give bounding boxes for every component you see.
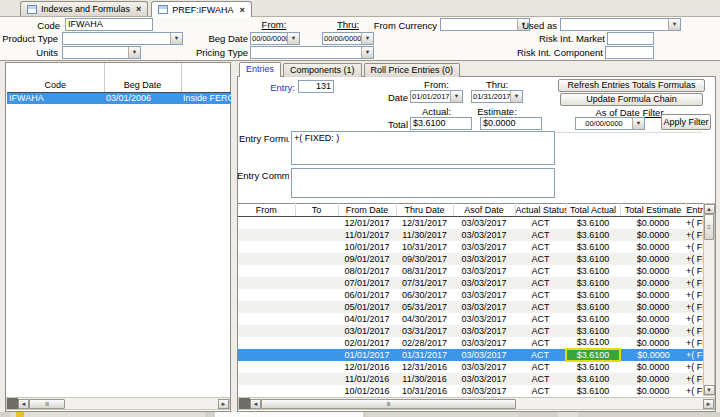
cell-total_actual[interactable]: $3.6100 (566, 337, 620, 349)
table-row[interactable]: 06/01/201706/30/201703/03/2017ACT$3.6100… (238, 289, 703, 301)
cell-actual_status[interactable]: ACT (515, 241, 566, 253)
cell-entry_formula[interactable]: +( FIXE (686, 325, 703, 337)
cell-total_actual[interactable]: $3.6100 (566, 265, 620, 277)
total-actual-input[interactable]: $3.6100 (410, 117, 472, 130)
cell-total_estimate[interactable]: $0.0000 (620, 325, 686, 337)
cell-asof_date[interactable]: 03/03/2017 (453, 241, 515, 253)
dropdown-arrow-icon[interactable]: ▼ (632, 118, 644, 129)
cell-total_actual[interactable]: $3.6100 (566, 217, 620, 229)
cell-asof_date[interactable]: 03/03/2017 (453, 313, 515, 325)
scroll-right-icon[interactable]: ► (703, 399, 714, 409)
cell-from[interactable] (238, 313, 295, 325)
column-header[interactable]: Beg Date (104, 63, 181, 92)
close-icon[interactable]: × (239, 5, 244, 15)
risk-int-component-input[interactable] (605, 46, 654, 59)
cell-total_actual[interactable]: $3.6100 (566, 349, 620, 361)
entry-comments-textarea[interactable] (291, 168, 555, 198)
dropdown-arrow-icon[interactable]: ▼ (287, 33, 299, 44)
cell-from[interactable] (238, 217, 295, 229)
cell-thru_date[interactable]: 12/31/2016 (396, 361, 453, 373)
cell-thru_date[interactable]: 12/31/2017 (396, 217, 453, 229)
entry-number-input[interactable]: 131 (298, 80, 334, 93)
cell-total_actual[interactable]: $3.6100 (566, 301, 620, 313)
table-row[interactable]: 10/01/201610/31/201603/03/2017ACT$3.6100… (238, 385, 703, 397)
table-row[interactable]: 09/01/201709/30/201703/03/2017ACT$3.6100… (238, 253, 703, 265)
cell-asof_date[interactable]: 03/03/2017 (453, 277, 515, 289)
cell-from_date[interactable]: 11/01/2016 (338, 373, 396, 385)
cell-asof_date[interactable]: 03/03/2017 (453, 229, 515, 241)
tab-indexes-and-formulas[interactable]: Indexes and Formulas × (20, 1, 148, 16)
cell-entry_formula[interactable]: +( FIXE (686, 289, 703, 301)
cell-total_actual[interactable]: $3.6100 (566, 229, 620, 241)
cell-from_date[interactable]: 10/01/2016 (338, 385, 396, 397)
cell-from_date[interactable]: 03/01/2017 (338, 325, 396, 337)
update-formula-chain-button[interactable]: Update Formula Chain (560, 93, 703, 106)
cell-thru_date[interactable]: 01/31/2017 (396, 349, 453, 361)
cell-total_estimate[interactable]: $0.0000 (620, 385, 686, 397)
column-header[interactable]: Code (7, 63, 104, 92)
dropdown-arrow-icon[interactable]: ▼ (128, 47, 140, 58)
date-from-select[interactable]: 01/01/2017 ▼ (410, 90, 463, 103)
cell-asof_date[interactable]: 03/03/2017 (453, 217, 515, 229)
cell-asof_date[interactable]: 03/03/2017 (453, 289, 515, 301)
cell-from[interactable] (238, 253, 295, 265)
cell-total_estimate[interactable]: $0.0000 (620, 289, 686, 301)
scroll-right-icon[interactable]: ► (218, 399, 229, 409)
risk-int-market-input[interactable] (607, 32, 654, 45)
cell-from[interactable] (238, 229, 295, 241)
column-header[interactable]: From Date (338, 204, 396, 217)
cell-to[interactable] (295, 337, 338, 349)
cell-thru_date[interactable]: 11/30/2017 (396, 229, 453, 241)
cell-from[interactable] (238, 361, 295, 373)
cell-from_date[interactable]: 01/01/2017 (338, 349, 396, 361)
cell-entry_formula[interactable]: +( FIXE (686, 349, 703, 361)
cell-from_date[interactable]: 12/01/2017 (338, 217, 396, 229)
cell-to[interactable] (295, 301, 338, 313)
cell-asof_date[interactable]: 03/03/2017 (453, 373, 515, 385)
cell-entry_formula[interactable]: +( FIXE (686, 337, 703, 349)
cell-from[interactable] (238, 301, 295, 313)
scroll-up-icon[interactable]: ▲ (704, 204, 715, 214)
cell-total_estimate[interactable]: $0.0000 (620, 337, 686, 349)
cell-from_date[interactable]: 12/01/2016 (338, 361, 396, 373)
cell-total_actual[interactable]: $3.6100 (566, 373, 620, 385)
cell-actual_status[interactable]: ACT (515, 337, 566, 349)
cell-thru_date[interactable]: 07/31/2017 (396, 277, 453, 289)
cell-total_estimate[interactable]: $0.0000 (620, 301, 686, 313)
units-select[interactable]: ▼ (62, 46, 141, 59)
column-header[interactable]: Total Estimate (620, 204, 686, 217)
used-as-select[interactable]: ▼ (560, 18, 681, 31)
cell-from[interactable] (238, 241, 295, 253)
code-input[interactable]: IFWAHA (65, 18, 153, 31)
cell-from[interactable] (238, 373, 295, 385)
column-header[interactable]: From (238, 204, 295, 217)
table-row[interactable]: 11/01/201711/30/201703/03/2017ACT$3.6100… (238, 229, 703, 241)
table-row[interactable]: 03/01/201703/31/201703/03/2017ACT$3.6100… (238, 325, 703, 337)
cell-asof_date[interactable]: 03/03/2017 (453, 301, 515, 313)
cell-code[interactable]: IFWAHA (7, 92, 104, 104)
dropdown-arrow-icon[interactable]: ▼ (510, 91, 522, 102)
table-row[interactable]: 10/01/201710/31/201703/03/2017ACT$3.6100… (238, 241, 703, 253)
cell-actual_status[interactable]: ACT (515, 313, 566, 325)
scroll-down-icon[interactable]: ▼ (704, 385, 715, 395)
column-header[interactable] (181, 63, 231, 92)
cell-thru_date[interactable]: 05/31/2017 (396, 301, 453, 313)
dropdown-arrow-icon[interactable]: ▼ (668, 19, 680, 30)
cell-total_estimate[interactable]: $0.0000 (620, 313, 686, 325)
cell-to[interactable] (295, 265, 338, 277)
date-thru-select[interactable]: 01/31/2017 ▼ (471, 90, 523, 103)
cell-to[interactable] (295, 277, 338, 289)
scrollbar-thumb[interactable]: ≡ (704, 214, 714, 240)
column-header[interactable]: Actual Status (515, 204, 566, 217)
refresh-entries-totals-formulas-button[interactable]: Refresh Entries Totals Formulas (558, 79, 705, 92)
cell-total_estimate[interactable]: $0.0000 (620, 265, 686, 277)
product-type-select[interactable]: ▼ (62, 32, 183, 45)
cell-from_date[interactable]: 05/01/2017 (338, 301, 396, 313)
cell-from[interactable] (238, 277, 295, 289)
cell-thru_date[interactable]: 04/30/2017 (396, 313, 453, 325)
column-header[interactable]: Asof Date (453, 204, 515, 217)
entry-formula-textarea[interactable]: +( FIXED: ) (291, 131, 555, 165)
cell-to[interactable] (295, 313, 338, 325)
total-estimate-input[interactable]: $0.0000 (480, 117, 542, 130)
cell-from_date[interactable]: 02/01/2017 (338, 337, 396, 349)
